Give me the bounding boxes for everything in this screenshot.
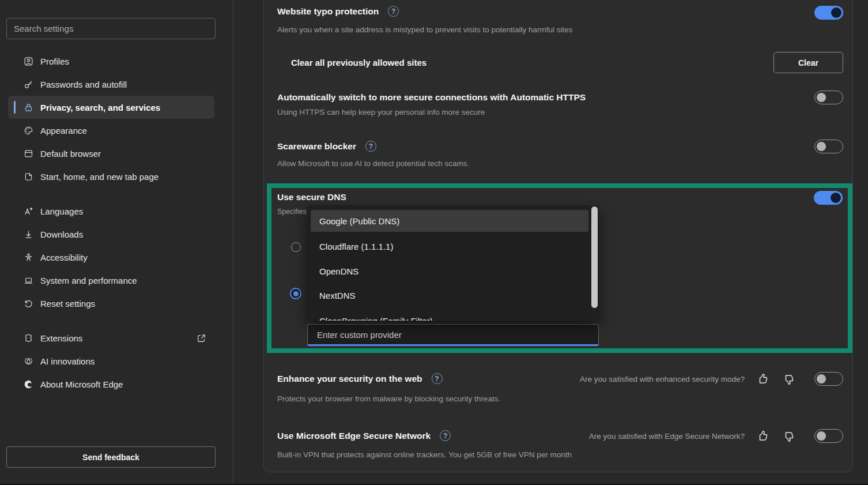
sidebar-item-about-edge[interactable]: About Microsoft Edge: [8, 373, 214, 396]
thumbs-up-icon[interactable]: [756, 429, 770, 443]
secure-network-title-row: Use Microsoft Edge Secure Network ?: [277, 430, 451, 441]
secure-dns-toggle[interactable]: [814, 191, 843, 205]
download-icon: [23, 229, 33, 239]
clear-button[interactable]: Clear: [773, 52, 843, 73]
toggle-knob: [817, 374, 826, 384]
toggle-knob: [831, 7, 841, 18]
scareware-desc: Allow Microsoft to use AI to detect pote…: [277, 159, 469, 168]
dns-provider-dropdown: Google (Public DNS) Cloudflare (1.1.1.1)…: [307, 205, 599, 321]
secure-dns-title: Use secure DNS: [277, 192, 346, 202]
toggle-knob: [817, 431, 826, 441]
secure-dns-desc-partial: Specifies: [277, 208, 307, 216]
custom-provider-input[interactable]: [307, 324, 599, 346]
auto-https-toggle[interactable]: [814, 91, 843, 104]
help-icon[interactable]: ?: [365, 141, 376, 152]
puzzle-icon: [23, 333, 33, 343]
send-feedback-button[interactable]: Send feedback: [6, 446, 216, 468]
sidebar-divider: [233, 0, 233, 485]
sidebar-item-label: About Microsoft Edge: [40, 379, 123, 389]
sidebar-item-label: Reset settings: [40, 299, 95, 309]
scareware-toggle[interactable]: [814, 140, 843, 153]
dropdown-option-nextdns[interactable]: NextDNS: [311, 284, 588, 306]
secure-network-title: Use Microsoft Edge Secure Network: [277, 431, 431, 441]
help-icon[interactable]: ?: [440, 430, 451, 441]
sidebar-item-default-browser[interactable]: Default browser: [8, 142, 214, 165]
scareware-title: Scareware blocker: [277, 141, 356, 152]
sidebar-item-label: Privacy, search, and services: [40, 103, 160, 112]
sidebar-item-passwords[interactable]: Passwords and autofill: [8, 73, 214, 96]
website-typo-title: Website typo protection: [277, 6, 379, 17]
toggle-knob: [817, 142, 826, 151]
thumbs-down-icon[interactable]: [782, 430, 796, 443]
enhance-security-desc: Protects your browser from malware by bl…: [277, 394, 500, 403]
dropdown-option-opendns[interactable]: OpenDNS: [311, 260, 588, 282]
sidebar-item-label: Default browser: [40, 149, 101, 159]
auto-https-title: Automatically switch to more secure conn…: [277, 92, 586, 103]
sidebar-item-label: Languages: [40, 206, 83, 216]
auto-https-desc: Using HTTPS can help keep your personal …: [277, 108, 485, 116]
sidebar-item-label: Extensions: [40, 333, 82, 343]
sidebar-item-languages[interactable]: Languages: [8, 200, 214, 223]
clear-sites-label: Clear all previously allowed sites: [291, 58, 427, 67]
help-icon[interactable]: ?: [432, 373, 443, 384]
edge-settings-window: Profiles Passwords and autofill Privacy,…: [0, 0, 868, 485]
dropdown-option-cleanbrowsing[interactable]: CleanBrowsing (Family Filter): [311, 310, 588, 321]
dns-provider-radio-custom[interactable]: [290, 288, 301, 299]
search-input[interactable]: [6, 18, 216, 39]
radio-dot: [293, 291, 299, 296]
secure-dns-highlight-box: Use secure DNS Specifies Google (Public …: [267, 183, 852, 353]
sidebar-item-appearance[interactable]: Appearance: [8, 119, 214, 142]
enhance-security-title-row: Enhance your security on the web ?: [277, 373, 443, 384]
copilot-icon: [23, 356, 33, 366]
sidebar-item-label: AI innovations: [40, 356, 95, 366]
enhance-security-toggle[interactable]: [814, 372, 843, 386]
enhance-security-title: Enhance your security on the web: [277, 374, 422, 384]
enhance-security-question: Are you satisfied with enhanced security…: [514, 375, 745, 384]
website-typo-title-row: Website typo protection ?: [277, 6, 399, 17]
external-link-icon: [197, 333, 206, 343]
laptop-icon: [23, 275, 33, 285]
accessibility-icon: [23, 252, 33, 262]
sidebar-item-start-home[interactable]: Start, home, and new tab page: [8, 165, 214, 188]
palette-icon: [23, 125, 33, 136]
settings-sidebar: Profiles Passwords and autofill Privacy,…: [0, 0, 233, 485]
help-icon[interactable]: ?: [388, 6, 399, 17]
sidebar-item-accessibility[interactable]: Accessibility: [8, 246, 214, 269]
sidebar-item-extensions[interactable]: Extensions: [8, 326, 214, 349]
dropdown-option-cloudflare[interactable]: Cloudflare (1.1.1.1): [311, 235, 588, 257]
lock-icon: [23, 102, 33, 112]
key-icon: [23, 79, 33, 89]
sidebar-item-label: Profiles: [40, 57, 69, 66]
secure-network-toggle[interactable]: [814, 429, 843, 443]
edge-logo-icon: [23, 379, 33, 389]
toggle-knob: [831, 193, 841, 203]
profiles-icon: [23, 56, 33, 66]
dropdown-option-google[interactable]: Google (Public DNS): [311, 210, 588, 232]
thumbs-up-icon[interactable]: [756, 372, 770, 386]
sidebar-item-label: Accessibility: [40, 253, 88, 262]
sidebar-item-label: Start, home, and new tab page: [40, 172, 158, 182]
thumbs-down-icon[interactable]: [782, 373, 796, 386]
sidebar-item-profiles[interactable]: Profiles: [8, 50, 214, 73]
sidebar-item-downloads[interactable]: Downloads: [8, 223, 214, 246]
sidebar-item-privacy[interactable]: Privacy, search, and services: [8, 96, 214, 119]
website-typo-desc: Alerts you when a site address is mistyp…: [277, 25, 572, 34]
page-icon: [23, 171, 33, 182]
sidebar-item-system-performance[interactable]: System and performance: [8, 269, 214, 292]
sidebar-item-label: Downloads: [40, 230, 83, 239]
website-typo-toggle[interactable]: [814, 6, 843, 20]
translate-icon: [23, 206, 33, 216]
dropdown-scrollbar-thumb[interactable]: [591, 206, 598, 308]
sidebar-item-label: Passwords and autofill: [40, 80, 127, 89]
dns-provider-radio-default[interactable]: [291, 242, 301, 252]
toggle-knob: [817, 93, 826, 102]
sidebar-item-label: System and performance: [40, 276, 137, 285]
reset-icon: [23, 298, 33, 309]
sidebar-item-ai-innovations[interactable]: AI innovations: [8, 349, 214, 373]
scareware-title-row: Scareware blocker ?: [277, 141, 376, 152]
secure-network-question: Are you satisfied with Edge Secure Netwo…: [514, 432, 745, 441]
browser-icon: [23, 148, 33, 159]
secure-network-desc: Built-in VPN that protects against onlin…: [277, 450, 572, 459]
sidebar-item-reset-settings[interactable]: Reset settings: [8, 292, 214, 315]
selected-indicator: [14, 101, 16, 114]
